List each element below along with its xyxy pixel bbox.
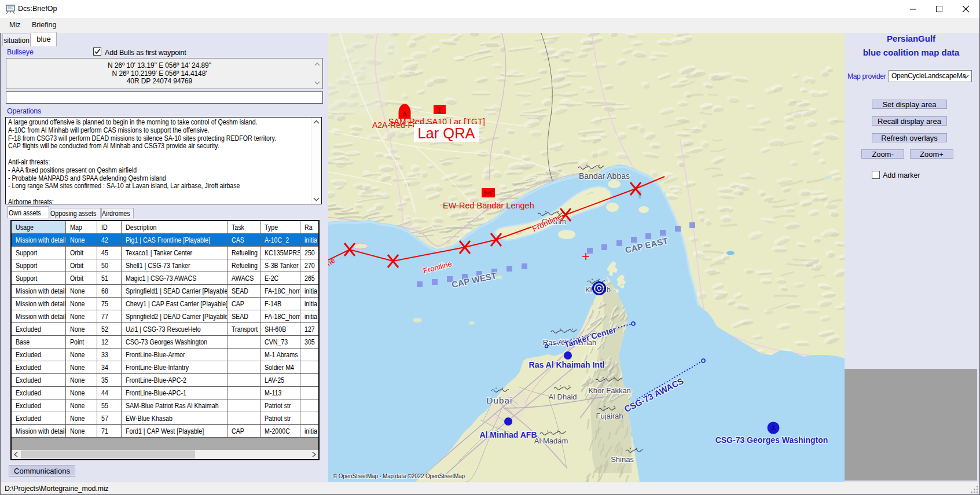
- svg-text:Khasab: Khasab: [585, 285, 611, 294]
- svg-text:Bandar Abbas: Bandar Abbas: [579, 171, 630, 181]
- svg-text:Fujairah: Fujairah: [596, 412, 623, 420]
- svg-text:Ras Al Khaimah Intl: Ras Al Khaimah Intl: [529, 360, 605, 369]
- svg-text:© OpenStreetMap - Map data ©20: © OpenStreetMap - Map data ©2022 OpenStr…: [333, 473, 465, 479]
- svg-text:Al Minhad AFB: Al Minhad AFB: [479, 430, 537, 439]
- svg-text:Dubai: Dubai: [486, 395, 512, 405]
- svg-text:Al Madam: Al Madam: [534, 437, 568, 445]
- svg-text:EW-Red Bandar Lengeh: EW-Red Bandar Lengeh: [443, 201, 534, 210]
- svg-text:Khor Fakkan: Khor Fakkan: [588, 386, 631, 395]
- svg-text:Al Dhaid: Al Dhaid: [548, 393, 577, 401]
- svg-text:CSG-73 Georges Washington: CSG-73 Georges Washington: [715, 435, 828, 445]
- svg-text:Lar QRA: Lar QRA: [417, 125, 475, 141]
- svg-text:Shinas: Shinas: [611, 455, 634, 464]
